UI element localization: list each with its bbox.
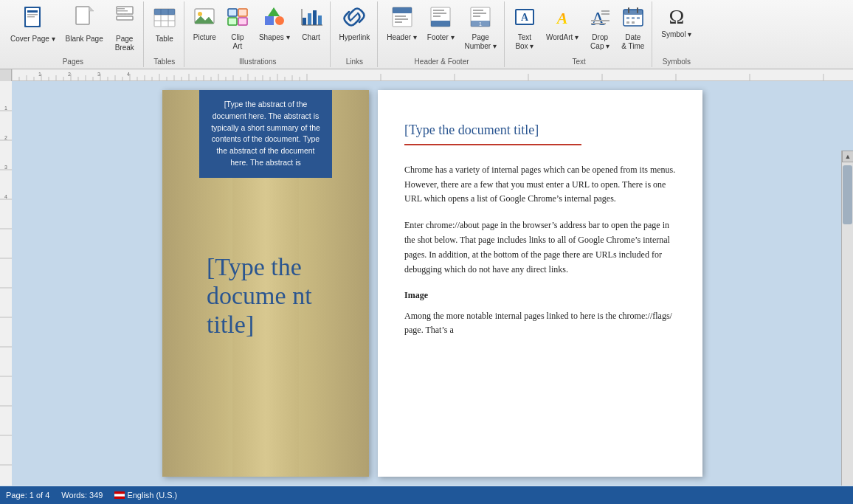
- ribbon-links-items: Hyperlink: [335, 3, 375, 56]
- right-page: [Type the document title] Chrome has a v…: [378, 90, 702, 477]
- symbol-button[interactable]: Ω Symbol ▾: [657, 3, 696, 42]
- svg-rect-26: [265, 16, 274, 25]
- language-indicator: English (U.S.): [114, 491, 177, 500]
- svg-rect-38: [393, 7, 412, 13]
- language-text: English (U.S.): [127, 491, 177, 500]
- vertical-scrollbar[interactable]: ▲ ▼ ▼: [841, 151, 853, 486]
- svg-text:A: A: [521, 12, 529, 23]
- footer-icon: [429, 6, 452, 32]
- ribbon-tables-items: Table: [148, 3, 181, 56]
- text-box-button[interactable]: A TextBox ▾: [509, 3, 540, 54]
- footer-button[interactable]: Footer ▾: [423, 3, 459, 45]
- svg-rect-70: [12, 69, 841, 80]
- ribbon-group-tables: Table Tables: [145, 1, 184, 67]
- svg-text:3: 3: [4, 165, 7, 170]
- svg-text:4: 4: [4, 194, 7, 199]
- svg-rect-123: [0, 81, 12, 486]
- picture-icon: [193, 6, 215, 32]
- page-break-label: PageBreak: [115, 35, 134, 52]
- date-time-icon: [622, 6, 644, 32]
- picture-label: Picture: [193, 33, 216, 42]
- tables-group-label: Tables: [153, 56, 175, 66]
- hyperlink-button[interactable]: Hyperlink: [335, 3, 375, 45]
- svg-text:4: 4: [127, 72, 130, 77]
- blank-page-button[interactable]: Blank Page: [61, 3, 108, 46]
- svg-rect-31: [308, 13, 311, 25]
- ribbon-group-symbols: Ω Symbol ▾ Symbols: [654, 1, 699, 67]
- hyperlink-icon: [343, 6, 365, 32]
- header-icon: [391, 6, 413, 32]
- ruler-right-spacer: [841, 69, 853, 80]
- svg-rect-41: [395, 21, 402, 23]
- page-number-button[interactable]: 1 PageNumber ▾: [460, 3, 501, 54]
- svg-rect-25: [238, 18, 247, 25]
- page-count: Page: 1 of 4: [6, 491, 49, 500]
- scrollbar-up-arrow[interactable]: ▲: [842, 151, 853, 162]
- symbol-label: Symbol ▾: [661, 30, 691, 39]
- shapes-label: Shapes ▾: [259, 33, 290, 42]
- symbols-group-label: Symbols: [663, 56, 691, 66]
- paragraph-2: Enter chrome://about page in the browser…: [404, 218, 676, 277]
- drop-cap-button[interactable]: A DropCap ▾: [584, 3, 615, 54]
- svg-rect-2: [27, 10, 38, 13]
- chart-button[interactable]: Chart: [296, 3, 327, 45]
- svg-rect-60: [591, 23, 606, 24]
- document-area: 1 2 3 4: [0, 81, 853, 486]
- ribbon-text-items: A TextBox ▾ A WordArt ▾ A DropCap ▾: [509, 3, 649, 56]
- left-page: [Type the abstract of the document here.…: [162, 90, 369, 477]
- svg-rect-46: [433, 15, 441, 17]
- text-box-icon: A: [514, 6, 536, 32]
- pages-container: [Type the abstract of the document here.…: [12, 81, 853, 486]
- ribbon-group-links: Hyperlink Links: [332, 1, 379, 67]
- text-box-label: TextBox ▾: [515, 33, 533, 51]
- page-break-icon: [114, 6, 135, 33]
- ribbon-group-header-footer: Header ▾ Footer ▾ 1 PageNumber ▾ Header …: [379, 1, 505, 67]
- language-icon: [114, 491, 125, 499]
- vertical-ruler: 1 2 3 4: [0, 81, 12, 486]
- right-page-content: [Type the document title] Chrome has a v…: [378, 90, 702, 365]
- svg-rect-45: [433, 13, 446, 14]
- svg-rect-66: [632, 17, 635, 19]
- svg-rect-52: [473, 15, 480, 17]
- cover-page-label: Cover Page ▾: [10, 35, 55, 44]
- svg-rect-3: [27, 14, 38, 15]
- svg-rect-4: [27, 16, 35, 18]
- scrollbar-track[interactable]: [842, 162, 853, 486]
- clip-art-button[interactable]: ClipArt: [222, 3, 253, 54]
- svg-marker-28: [268, 7, 280, 16]
- date-time-button[interactable]: Date& Time: [617, 3, 649, 54]
- svg-rect-18: [154, 9, 175, 15]
- svg-rect-58: [601, 13, 609, 15]
- word-art-button[interactable]: A WordArt ▾: [542, 3, 583, 45]
- svg-rect-22: [228, 9, 237, 16]
- header-button[interactable]: Header ▾: [382, 3, 421, 45]
- hf-group-label: Header & Footer: [415, 56, 469, 66]
- svg-rect-5: [76, 7, 89, 24]
- svg-rect-43: [431, 21, 450, 27]
- ruler-bar: 1 2 3 4: [0, 69, 853, 81]
- footer-label: Footer ▾: [427, 33, 455, 42]
- page-break-button[interactable]: PageBreak: [109, 3, 140, 55]
- svg-marker-7: [89, 7, 94, 11]
- drop-cap-label: DropCap ▾: [590, 33, 609, 51]
- scrollbar-thumb[interactable]: [843, 165, 852, 224]
- table-button[interactable]: Table: [148, 3, 181, 46]
- blank-page-label: Blank Page: [66, 35, 103, 44]
- paragraph-1: Chrome has a variety of internal pages w…: [404, 163, 676, 207]
- picture-button[interactable]: Picture: [189, 3, 221, 45]
- svg-text:1: 1: [479, 21, 482, 27]
- shapes-button[interactable]: Shapes ▾: [255, 3, 294, 45]
- table-icon: [153, 6, 176, 33]
- document-title[interactable]: [Type the document title]: [404, 120, 676, 141]
- drop-cap-icon: A: [589, 6, 611, 32]
- cover-page-button[interactable]: Cover Page ▾: [6, 3, 60, 46]
- left-page-title-large[interactable]: [Type the docume nt title]: [207, 252, 325, 339]
- cover-page-icon: [21, 6, 44, 33]
- clip-art-icon: [227, 6, 249, 32]
- svg-rect-32: [313, 10, 317, 25]
- svg-rect-9: [117, 16, 133, 20]
- svg-text:2: 2: [68, 72, 71, 77]
- page-number-label: PageNumber ▾: [465, 33, 497, 51]
- ribbon-symbols-items: Ω Symbol ▾: [657, 3, 696, 56]
- svg-text:1: 1: [4, 106, 7, 111]
